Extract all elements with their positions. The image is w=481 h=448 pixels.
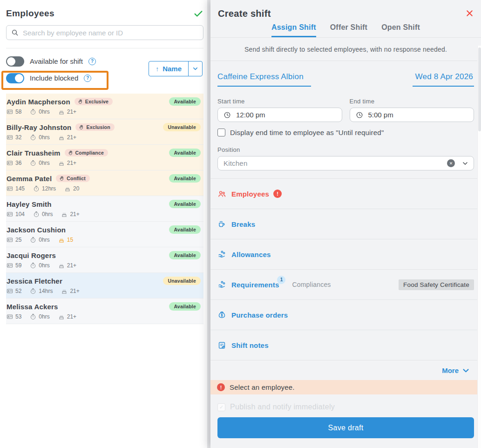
raised-hand-icon [79, 125, 84, 130]
hand-coins-icon [217, 280, 226, 289]
age-value: 21+ [67, 109, 76, 115]
status-badge: Available [169, 174, 201, 183]
position-select[interactable]: Kitchen ✕ [217, 156, 474, 170]
employee-row[interactable]: Clair Truasheim Compliance Available 36 … [6, 145, 203, 170]
save-draft-button[interactable]: Save draft [217, 417, 474, 438]
shift-count-value: 59 [15, 262, 21, 269]
age-stat: 15 [58, 237, 73, 243]
publish-row: ✓ Publish and notify immediately [217, 403, 474, 411]
employee-row[interactable]: Jackson Cushion Available 25 0hrs [6, 222, 203, 247]
hours-stat: 0hrs [30, 262, 49, 269]
section-requirements[interactable]: Requirements 1 [217, 280, 279, 289]
id-card-icon [7, 160, 13, 166]
error-icon: ! [217, 383, 225, 391]
hours-value: 0hrs [42, 211, 53, 217]
birthday-cake-icon [58, 160, 65, 166]
age-stat: 21+ [58, 109, 76, 115]
close-icon[interactable] [465, 8, 474, 18]
id-card-icon [7, 185, 13, 192]
start-time-field[interactable]: 12:00 pm [217, 108, 342, 122]
scrollbar-thumb[interactable] [478, 48, 481, 131]
raised-hand-icon [78, 99, 83, 104]
id-card-icon [7, 313, 13, 320]
error-icon: ! [273, 190, 282, 198]
blocked-badge-label: Exclusion [86, 124, 110, 130]
employee-row[interactable]: Melissa Ackers Available 53 0hrs [6, 299, 203, 324]
section-allowances[interactable]: Allowances [217, 250, 271, 259]
section-label: Breaks [231, 220, 255, 228]
birthday-cake-icon [58, 262, 65, 269]
stopwatch-icon [33, 211, 40, 217]
hours-value: 0hrs [39, 160, 49, 166]
available-for-shift-label: Available for shift [30, 57, 83, 65]
shift-count-value: 53 [15, 313, 21, 320]
sort-button[interactable]: ↑ Name [149, 61, 203, 76]
age-stat: 21+ [61, 288, 79, 294]
end-time-field[interactable]: 5:00 pm [350, 108, 474, 122]
position-value: Kitchen [224, 159, 447, 167]
more-button[interactable]: More [210, 360, 481, 380]
section-label: Employees [231, 190, 269, 198]
blocked-badge: Compliance [65, 149, 108, 156]
position-label: Position [217, 146, 474, 153]
section-label: Shift notes [231, 341, 269, 349]
shift-count-value: 104 [15, 211, 25, 217]
sort-options-caret[interactable] [188, 61, 202, 76]
search-input[interactable] [23, 29, 198, 37]
employee-row[interactable]: Jacqui Rogers Available 59 0hrs [6, 247, 203, 273]
shift-count-value: 36 [15, 160, 21, 166]
section-employees[interactable]: Employees [217, 190, 269, 198]
section-breaks[interactable]: Breaks [217, 220, 255, 229]
more-label: More [442, 367, 459, 374]
confirm-check-icon[interactable] [193, 8, 203, 19]
location-link[interactable]: Caffeine Express Albion [217, 72, 311, 87]
hours-value: 0hrs [39, 313, 49, 320]
create-shift-modal: Create shift Assign Shift Offer Shift Op… [210, 0, 481, 448]
employee-row[interactable]: Jessica Fletcher Unavailable 52 14hrs [6, 273, 203, 299]
blocked-badge: Conflict [56, 175, 90, 182]
publish-checkbox[interactable]: ✓ [217, 403, 225, 411]
include-blocked-toggle[interactable] [6, 73, 24, 83]
help-icon[interactable]: ? [88, 58, 96, 65]
employee-list: Aydin Macpherson Exclusive Available 58 … [6, 94, 203, 324]
tab-assign-shift[interactable]: Assign Shift [271, 23, 316, 37]
until-required-checkbox[interactable] [217, 129, 225, 136]
id-card-icon [7, 134, 13, 141]
tab-offer-shift[interactable]: Offer Shift [330, 23, 367, 37]
hours-stat: 0hrs [30, 237, 49, 243]
employee-name: Melissa Ackers [7, 303, 58, 311]
clear-position-icon[interactable]: ✕ [447, 159, 455, 167]
employee-name: Clair Truasheim [7, 149, 61, 157]
blocked-badge: Exclusion [75, 123, 114, 131]
age-stat: 21+ [58, 313, 76, 320]
employee-name: Billy-Ray Johnston [7, 123, 71, 131]
section-purchase-orders[interactable]: Purchase orders [217, 311, 288, 319]
birthday-cake-icon [58, 313, 65, 320]
coffee-cup-icon [217, 220, 226, 229]
employee-row[interactable]: Billy-Ray Johnston Exclusion Unavailable… [6, 119, 203, 145]
tab-open-shift[interactable]: Open Shift [381, 23, 420, 37]
employee-row[interactable]: Hayley Smith Available 104 0hrs [6, 196, 203, 222]
id-card-icon [7, 262, 13, 269]
employee-row[interactable]: Gemma Patel Conflict Available 145 12hrs [6, 170, 203, 196]
blocked-badge-label: Conflict [67, 176, 86, 181]
validation-message: Select an employee. [230, 383, 295, 391]
modal-scrollbar[interactable] [477, 46, 481, 448]
sort-by-name-button[interactable]: ↑ Name [149, 61, 188, 76]
available-for-shift-toggle[interactable] [6, 56, 24, 67]
birthday-cake-icon [64, 185, 71, 192]
help-icon[interactable]: ? [84, 75, 91, 82]
shift-count-stat: 52 [7, 288, 21, 294]
section-label: Allowances [231, 251, 271, 258]
hours-value: 14hrs [39, 288, 53, 294]
employee-search[interactable] [6, 25, 203, 40]
status-badge: Unavailable [163, 277, 201, 285]
chevron-down-icon[interactable] [461, 160, 469, 167]
employee-row[interactable]: Aydin Macpherson Exclusive Available 58 … [6, 94, 203, 119]
section-shift-notes[interactable]: Shift notes [217, 341, 269, 350]
status-badge: Available [169, 251, 201, 259]
status-badge: Unavailable [163, 123, 201, 131]
date-link[interactable]: Wed 8 Apr 2026 [413, 72, 474, 87]
status-badge: Available [169, 97, 201, 106]
money-bag-icon [217, 311, 226, 319]
